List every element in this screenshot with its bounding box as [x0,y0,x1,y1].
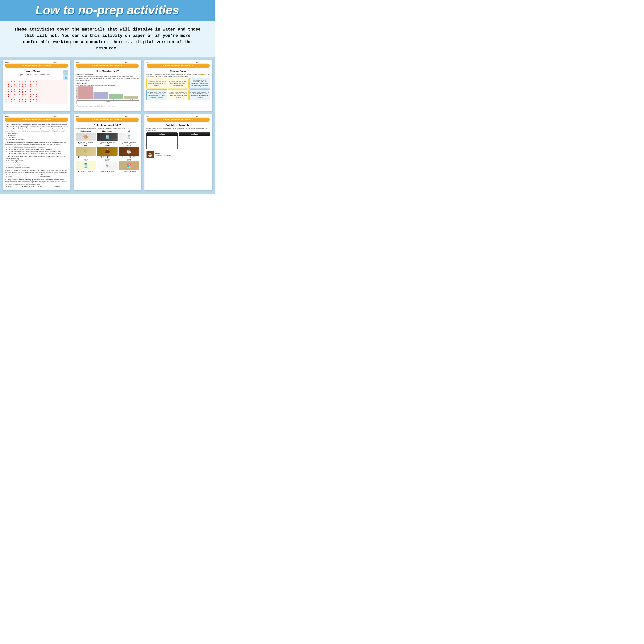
card-content-6: Soluble or Insoluble Classify the follow… [144,123,212,160]
si-label-sugar: sugar [105,159,110,161]
si-cb-coffee: soluble insoluble [122,156,136,158]
si-soluble-rice[interactable]: soluble [78,156,85,158]
si-label-rice: rice [84,145,87,147]
tf-box-2: A substance that is insoluble is not abl… [168,78,189,89]
mcq-13-d: d. break the cubes into small pieces [6,166,68,168]
si-item-salt: salt 🧂 soluble insoluble [119,130,139,143]
tf-box-6: If you put sugar in a cube in a glass of… [189,89,210,100]
si-insoluble-seeds[interactable]: insoluble [107,156,115,158]
sort-col-soluble-header: Soluble [147,133,177,136]
si-insoluble-coffee[interactable]: insoluble [129,156,136,158]
description-text: These activities cover the materials tha… [14,26,201,52]
si-item-sugar: sugar 🍬 soluble insoluble [97,159,118,172]
ws-row-7: L E C I T I R I A B C O [6,96,67,98]
si-insoluble-flour[interactable]: insoluble [86,171,93,172]
mcq-14-d: d. baking powder [39,176,68,178]
sort-col-insoluble-body [179,136,210,149]
science-activity-text: Below is a graph showing the solubility … [76,84,139,86]
si-insoluble-rice[interactable]: insoluble [86,156,93,158]
name-label-3: Name: ___________ [146,61,162,63]
sort-col-soluble: Soluble [146,132,178,149]
date-label-2: Date: ___________ [124,61,139,63]
si-soluble-chalk[interactable]: soluble [78,142,85,143]
x-axis-label: Solutes [77,101,139,102]
cards-grid: Name: ___________ Date: ___________ Solu… [0,57,215,194]
si-insoluble-pepper[interactable]: insoluble [107,142,115,143]
si-img-rice: 🌾 [76,147,96,156]
si-item-chalk: chalk powder 🎨 soluble insoluble [76,130,96,143]
name-label-4: Name: ___________ [5,115,21,117]
si-soluble-pepper[interactable]: soluble [100,142,106,143]
card-meta-5: Name: ___________ Date: ___________ [74,114,141,118]
name-label-1: Name: ___________ [5,61,21,63]
word-search-subtitle: Can you find the words hidden in the puz… [5,74,63,76]
mcq-13-b: b. add ice to the lemonade [6,162,68,164]
tf-box-5: A solute dissolves faster in a warmer so… [168,89,189,100]
si-img-seeds: 🌰 [97,147,118,156]
bar-bath: bath salts [124,96,138,100]
si-soluble-salt[interactable]: soluble [122,142,128,143]
bar-salt: salt [93,92,108,100]
date-label-4: Date: ___________ [53,115,68,117]
si-item-flour: flour 🫙 soluble insoluble [76,159,96,172]
si-insoluble-chalk[interactable]: insoluble [86,142,93,143]
badge-1: Soluble and Insoluble Materials [5,64,68,68]
card-meta-2: Name: ___________ Date: ___________ [74,60,141,64]
bar-sugar: sugar [78,86,93,100]
coffee-img-sort: ☕ [146,151,154,158]
si-cb-rice: soluble insoluble [78,156,93,158]
si-soluble-sugar[interactable]: soluble [100,171,106,172]
badge-6: Soluble and Insoluble Materials [147,118,210,122]
y-axis-label: Solubility (teaspoons/100 g water) [76,87,77,104]
ws-row-2: S O L V E N T A S N U R [6,83,67,86]
ws-row-6: B R F A B A S U H U E L [6,93,67,96]
mcq-11-a: a. spoon of sugar [6,132,68,134]
card-word-search: Name: ___________ Date: ___________ Solu… [2,60,71,111]
si-cb-flour: soluble insoluble [78,171,93,172]
ws-row-4: L J S U L C T L C D O E [6,88,67,91]
card-meta-1: Name: ___________ Date: ___________ [3,60,70,64]
si-soluble-seeds[interactable]: soluble [100,156,106,158]
sort-title: Soluble or Insoluble [146,124,210,127]
si-img-chalk: 🎨 [76,133,96,141]
mcq-15: 15. Jenny wanted to surprise her family … [5,179,68,187]
card-content-5: Soluble or Insoluble? Put a checkmark in… [74,123,141,174]
tf-grid: A substance that is soluble is able to d… [146,78,210,100]
ws-row-3: O T E A M O T O E S M A [6,86,67,88]
si-soluble-flour[interactable]: soluble [78,171,85,172]
si-img-pepper: 🫙 [97,133,118,141]
si-soluble-sand[interactable]: soluble [122,171,128,172]
sort-col-soluble-body [147,136,177,149]
si-cb-seeds: soluble insoluble [100,156,115,158]
badge-3: Soluble and Insoluble Materials [147,64,210,68]
mcq-12-c: c. The salt will dissolve more slowly in… [6,150,68,152]
answer-line: 2 [76,107,139,109]
mcq-12: 12. Mary put the same amount of salt int… [5,142,68,154]
name-label-2: Name: ___________ [76,61,92,63]
name-label-6: Name: ___________ [146,115,162,117]
si-cb-sand: soluble insoluble [122,171,136,172]
card-content-3: True or False Read each statement about … [144,69,212,102]
si-insoluble-sugar[interactable]: insoluble [107,171,115,172]
badge-2: Soluble and Insoluble Materials [76,64,139,68]
si-img-sand: 🏖️ [119,161,139,170]
mcq-14-c: c. olive oil [39,173,68,176]
si-insoluble-sand[interactable]: insoluble [129,171,136,172]
si-cb-pepper: soluble insoluble [100,142,115,143]
mcq-11-d: d. small piece of cardboard [6,139,68,141]
si-soluble-coffee[interactable]: soluble [122,156,128,158]
si-img-sugar: 🍬 [97,161,118,170]
mcq-11: 11. Ms. Stone's students are comparing d… [5,124,68,141]
name-label-5: Name: ___________ [76,115,92,117]
si-insoluble-salt[interactable]: insoluble [129,142,136,143]
si-item-seeds: seeds 🌰 soluble insoluble [97,145,118,158]
bar-epsom: Epsom salts [109,94,123,100]
word-search-title: Word Search [5,70,63,73]
tf-box-1: A substance that is soluble is able to d… [146,78,167,89]
coffee-options: ☐ soluble ☐ insoluble [155,155,171,156]
mcq-12-d: d. The salt will dissolve more slowly in… [6,152,68,154]
mcq-15-b: b. baking powder [22,185,36,187]
header: Low to no-prep activities [0,0,215,21]
sort-columns: Soluble Insoluble [146,132,210,149]
corner-img-water: 💧 [63,75,68,80]
